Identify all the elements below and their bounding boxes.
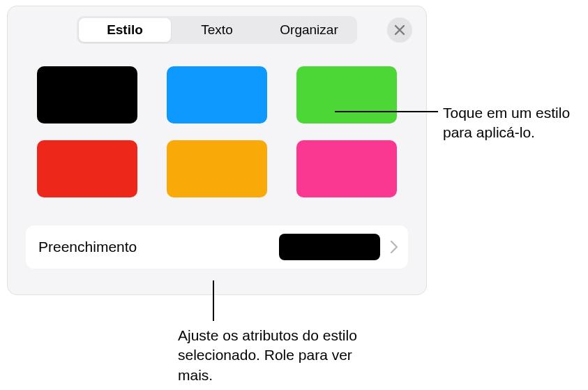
tab-text-label: Texto [201, 22, 232, 38]
style-swatch-pink[interactable] [296, 140, 397, 197]
fill-preview-swatch [279, 234, 380, 260]
tab-text[interactable]: Texto [171, 18, 263, 42]
tab-style[interactable]: Estilo [79, 18, 171, 42]
fill-row[interactable]: Preenchimento [26, 225, 408, 269]
tab-arrange[interactable]: Organizar [263, 18, 355, 42]
style-swatch-blue[interactable] [167, 66, 267, 123]
callout-line [335, 111, 438, 112]
tab-segmented-control: Estilo Texto Organizar [77, 16, 357, 44]
fill-label: Preenchimento [38, 239, 279, 255]
tab-arrange-label: Organizar [280, 22, 338, 38]
callout-adjust-attrs: Ajuste os atributos do estilo selecionad… [178, 326, 387, 385]
chevron-right-icon [390, 240, 398, 254]
format-panel: Estilo Texto Organizar Preenchimento [7, 6, 427, 295]
style-swatch-black[interactable] [37, 66, 137, 123]
style-swatch-green[interactable] [296, 66, 397, 123]
style-swatch-red[interactable] [37, 140, 137, 197]
panel-header: Estilo Texto Organizar [20, 16, 414, 44]
style-swatch-grid [20, 59, 414, 210]
close-button[interactable] [387, 17, 412, 43]
callout-line [213, 280, 214, 321]
close-icon [394, 24, 405, 36]
callout-apply-style: Toque em um estilo para aplicá-lo. [443, 103, 582, 143]
style-swatch-orange[interactable] [167, 140, 267, 197]
tab-style-label: Estilo [107, 22, 143, 38]
